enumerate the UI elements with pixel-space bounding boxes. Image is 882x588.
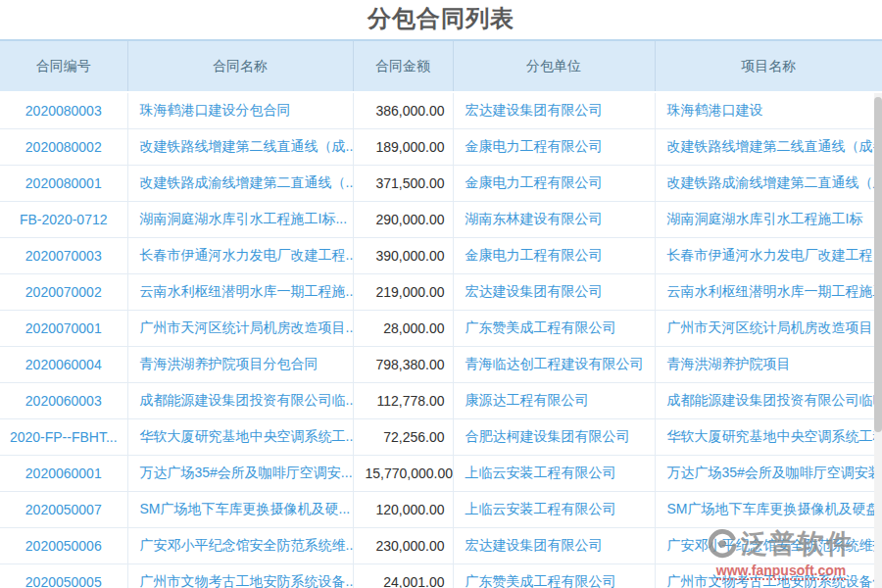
cell-amount: 371,500.00 xyxy=(353,166,453,202)
table-row[interactable]: 2020070003长春市伊通河水力发电厂改建工程...390,000.00金康… xyxy=(0,238,882,274)
column-header-contract_no: 合同编号 xyxy=(0,40,127,92)
cell-project_name: 广州市文物考古工地安防系统设备保 xyxy=(655,564,882,588)
cell-contract_name: 改建铁路线增建第二线直通线（成... xyxy=(127,129,353,166)
cell-subcontractor: 湖南东林建设有限公司 xyxy=(453,202,655,238)
column-header-project_name: 项目名称 xyxy=(655,40,882,92)
table-row[interactable]: 2020080003珠海鹤港口建设分包合同386,000.00宏达建设集团有限公… xyxy=(0,92,882,129)
cell-subcontractor: 青海临达创工程建设有限公司 xyxy=(453,347,655,383)
page-title: 分包合同列表 xyxy=(0,0,882,39)
table-row[interactable]: 2020050007SM广场地下车库更换摄像机及硬...120,000.00上临… xyxy=(0,492,882,528)
cell-contract_no[interactable]: 2020080001 xyxy=(0,166,127,202)
cell-project_name: 改建铁路成渝线增建第二直通线（成渝 xyxy=(655,166,882,202)
cell-subcontractor: 广东赞美成工程有限公司 xyxy=(453,311,655,347)
cell-contract_name: 广安邓小平纪念馆安全防范系统维... xyxy=(127,528,353,564)
cell-project_name: 云南水利枢纽潜明水库一期工程施工I标 xyxy=(655,274,882,311)
cell-project_name: 长春市伊通河水力发电厂改建工程 xyxy=(655,238,882,274)
cell-amount: 24,001.00 xyxy=(353,564,453,588)
table-row[interactable]: 2020-FP--FBHT...华软大厦研究基地中央空调系统工...72,256… xyxy=(0,419,882,456)
cell-contract_no[interactable]: 2020050006 xyxy=(0,528,127,564)
cell-contract_name: 成都能源建设集团投资有限公司临... xyxy=(127,383,353,419)
cell-contract_no[interactable]: 2020080002 xyxy=(0,129,127,166)
cell-project_name: SM广场地下车库更换摄像机及硬盘项 xyxy=(655,492,882,528)
cell-subcontractor: 宏达建设集团有限公司 xyxy=(453,92,655,129)
cell-project_name: 湖南洞庭湖水库引水工程施工I标 xyxy=(655,202,882,238)
cell-subcontractor: 金康电力工程有限公司 xyxy=(453,238,655,274)
cell-project_name: 改建铁路线增建第二线直通线（成都- xyxy=(655,129,882,166)
cell-project_name: 万达广场35#会所及咖啡厅空调安装工 xyxy=(655,456,882,492)
cell-amount: 390,000.00 xyxy=(353,238,453,274)
cell-contract_name: 湖南洞庭湖水库引水工程施工I标... xyxy=(127,202,353,238)
cell-contract_no[interactable]: 2020060003 xyxy=(0,383,127,419)
table-row[interactable]: 2020080001改建铁路成渝线增建第二直通线（...371,500.00金康… xyxy=(0,166,882,202)
cell-subcontractor: 上临云安装工程有限公司 xyxy=(453,456,655,492)
cell-contract_no[interactable]: 2020-FP--FBHT... xyxy=(0,419,127,456)
cell-contract_name: SM广场地下车库更换摄像机及硬... xyxy=(127,492,353,528)
scrollbar-thumb[interactable] xyxy=(874,97,882,432)
cell-contract_no[interactable]: 2020050005 xyxy=(0,564,127,588)
cell-subcontractor: 宏达建设集团有限公司 xyxy=(453,528,655,564)
table-row[interactable]: 2020060003成都能源建设集团投资有限公司临...112,778.00康源… xyxy=(0,383,882,419)
subcontract-table: 合同编号合同名称合同金额分包单位项目名称 2020080003珠海鹤港口建设分包… xyxy=(0,39,882,588)
cell-amount: 230,000.00 xyxy=(353,528,453,564)
cell-contract_name: 广州市天河区统计局机房改造项目... xyxy=(127,311,353,347)
cell-contract_name: 改建铁路成渝线增建第二直通线（... xyxy=(127,166,353,202)
cell-subcontractor: 康源达工程有限公司 xyxy=(453,383,655,419)
cell-contract_no[interactable]: 2020070003 xyxy=(0,238,127,274)
cell-contract_name: 青海洪湖养护院项目分包合同 xyxy=(127,347,353,383)
cell-subcontractor: 金康电力工程有限公司 xyxy=(453,129,655,166)
table-row[interactable]: 2020060001万达广场35#会所及咖啡厅空调安...15,770,000.… xyxy=(0,456,882,492)
cell-contract_no[interactable]: FB-2020-0712 xyxy=(0,202,127,238)
cell-contract_name: 华软大厦研究基地中央空调系统工... xyxy=(127,419,353,456)
cell-contract_name: 云南水利枢纽潜明水库一期工程施... xyxy=(127,274,353,311)
cell-subcontractor: 广东赞美成工程有限公司 xyxy=(453,564,655,588)
cell-project_name: 广州市天河区统计局机房改造项目 xyxy=(655,311,882,347)
cell-amount: 112,778.00 xyxy=(353,383,453,419)
table-row[interactable]: 2020050005广州市文物考古工地安防系统设备...24,001.00广东赞… xyxy=(0,564,882,588)
cell-project_name: 青海洪湖养护院项目 xyxy=(655,347,882,383)
column-header-amount: 合同金额 xyxy=(353,40,453,92)
cell-contract_name: 珠海鹤港口建设分包合同 xyxy=(127,92,353,129)
cell-contract_no[interactable]: 2020070001 xyxy=(0,311,127,347)
cell-project_name: 珠海鹤港口建设 xyxy=(655,92,882,129)
cell-contract_no[interactable]: 2020060004 xyxy=(0,347,127,383)
cell-amount: 798,380.00 xyxy=(353,347,453,383)
cell-contract_no[interactable]: 2020050007 xyxy=(0,492,127,528)
cell-contract_name: 长春市伊通河水力发电厂改建工程... xyxy=(127,238,353,274)
cell-contract_no[interactable]: 2020080003 xyxy=(0,92,127,129)
cell-subcontractor: 金康电力工程有限公司 xyxy=(453,166,655,202)
column-header-contract_name: 合同名称 xyxy=(127,40,353,92)
cell-contract_no[interactable]: 2020060001 xyxy=(0,456,127,492)
cell-contract_name: 广州市文物考古工地安防系统设备... xyxy=(127,564,353,588)
table-row[interactable]: 2020070002云南水利枢纽潜明水库一期工程施...219,000.00宏达… xyxy=(0,274,882,311)
cell-amount: 120,000.00 xyxy=(353,492,453,528)
table-row[interactable]: 2020050006广安邓小平纪念馆安全防范系统维...230,000.00宏达… xyxy=(0,528,882,564)
cell-amount: 15,770,000.00 xyxy=(353,456,453,492)
table-row[interactable]: 2020070001广州市天河区统计局机房改造项目...28,000.00广东赞… xyxy=(0,311,882,347)
cell-contract_no[interactable]: 2020070002 xyxy=(0,274,127,311)
cell-amount: 28,000.00 xyxy=(353,311,453,347)
cell-amount: 219,000.00 xyxy=(353,274,453,311)
cell-subcontractor: 合肥达柯建设集团有限公司 xyxy=(453,419,655,456)
cell-subcontractor: 上临云安装工程有限公司 xyxy=(453,492,655,528)
cell-amount: 386,000.00 xyxy=(353,92,453,129)
table-row[interactable]: 2020080002改建铁路线增建第二线直通线（成...189,000.00金康… xyxy=(0,129,882,166)
vertical-scrollbar[interactable] xyxy=(874,93,882,588)
table-header-row: 合同编号合同名称合同金额分包单位项目名称 xyxy=(0,40,882,92)
table-row[interactable]: FB-2020-0712湖南洞庭湖水库引水工程施工I标...290,000.00… xyxy=(0,202,882,238)
cell-project_name: 成都能源建设集团投资有限公司临时办 xyxy=(655,383,882,419)
table-row[interactable]: 2020060004青海洪湖养护院项目分包合同798,380.00青海临达创工程… xyxy=(0,347,882,383)
column-header-subcontractor: 分包单位 xyxy=(453,40,655,92)
cell-subcontractor: 宏达建设集团有限公司 xyxy=(453,274,655,311)
cell-amount: 290,000.00 xyxy=(353,202,453,238)
cell-project_name: 华软大厦研究基地中央空调系统工程 xyxy=(655,419,882,456)
cell-contract_name: 万达广场35#会所及咖啡厅空调安... xyxy=(127,456,353,492)
cell-project_name: 广安邓小平纪念馆安全防范系统维护保 xyxy=(655,528,882,564)
cell-amount: 72,256.00 xyxy=(353,419,453,456)
cell-amount: 189,000.00 xyxy=(353,129,453,166)
